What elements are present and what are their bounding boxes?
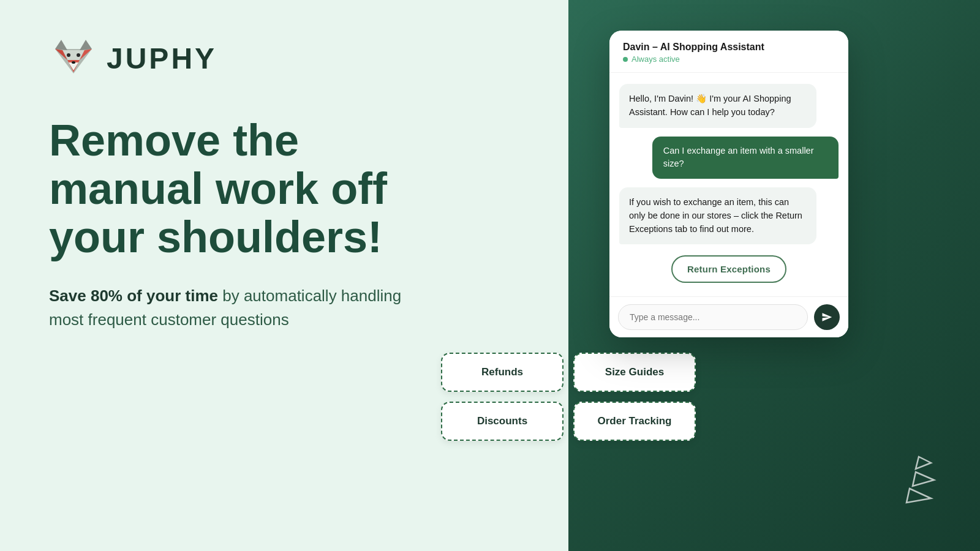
subtext-bold: Save 80% of your time bbox=[49, 287, 218, 305]
svg-point-9 bbox=[77, 53, 80, 57]
bot-message-1: Hello, I'm Davin! 👋 I'm your AI Shopping… bbox=[619, 84, 816, 128]
svg-marker-2 bbox=[80, 40, 92, 50]
quick-action-discounts[interactable]: Discounts bbox=[441, 402, 564, 441]
user-message-1: Can I exchange an item with a smaller si… bbox=[652, 137, 839, 179]
chat-widget: Davin – AI Shopping Assistant Always act… bbox=[609, 31, 848, 337]
svg-marker-12 bbox=[913, 472, 934, 486]
right-panel: Davin – AI Shopping Assistant Always act… bbox=[478, 0, 980, 551]
chat-message-input[interactable] bbox=[618, 304, 808, 330]
quick-action-refunds[interactable]: Refunds bbox=[441, 353, 564, 392]
headline-line3: your shoulders! bbox=[49, 212, 382, 261]
send-icon bbox=[821, 312, 832, 323]
left-panel: JUPHY Remove the manual work off your sh… bbox=[0, 0, 478, 551]
headline: Remove the manual work off your shoulder… bbox=[49, 116, 429, 262]
page-container: JUPHY Remove the manual work off your sh… bbox=[0, 0, 980, 551]
juphy-logo-icon bbox=[49, 37, 98, 80]
svg-point-8 bbox=[67, 53, 70, 57]
brand-name: JUPHY bbox=[107, 42, 217, 75]
svg-marker-1 bbox=[55, 40, 67, 50]
return-exceptions-button[interactable]: Return Exceptions bbox=[671, 255, 786, 283]
chat-body: Hello, I'm Davin! 👋 I'm your AI Shopping… bbox=[609, 73, 848, 296]
quick-action-size-guides[interactable]: Size Guides bbox=[573, 353, 696, 392]
headline-line1: Remove the bbox=[49, 116, 299, 165]
status-text: Always active bbox=[631, 54, 680, 64]
headline-line2: manual work off bbox=[49, 164, 387, 213]
chat-input-area bbox=[609, 296, 848, 337]
svg-marker-13 bbox=[907, 489, 931, 503]
assistant-name: Davin – AI Shopping Assistant bbox=[623, 42, 835, 53]
chat-status-row: Always active bbox=[623, 54, 835, 64]
svg-point-10 bbox=[72, 61, 75, 64]
logo-area: JUPHY bbox=[49, 37, 429, 80]
status-dot-icon bbox=[623, 57, 628, 62]
decorative-arrows bbox=[882, 451, 943, 514]
quick-action-order-tracking[interactable]: Order Tracking bbox=[573, 402, 696, 441]
send-message-button[interactable] bbox=[814, 304, 840, 330]
bot-message-2: If you wish to exchange an item, this ca… bbox=[619, 187, 816, 244]
arrows-decoration-icon bbox=[882, 451, 943, 512]
svg-marker-11 bbox=[916, 457, 931, 469]
subtext: Save 80% of your time by automatically h… bbox=[49, 284, 429, 332]
chat-header: Davin – AI Shopping Assistant Always act… bbox=[609, 31, 848, 73]
quick-actions-grid: Refunds Size Guides Discounts Order Trac… bbox=[441, 353, 696, 441]
